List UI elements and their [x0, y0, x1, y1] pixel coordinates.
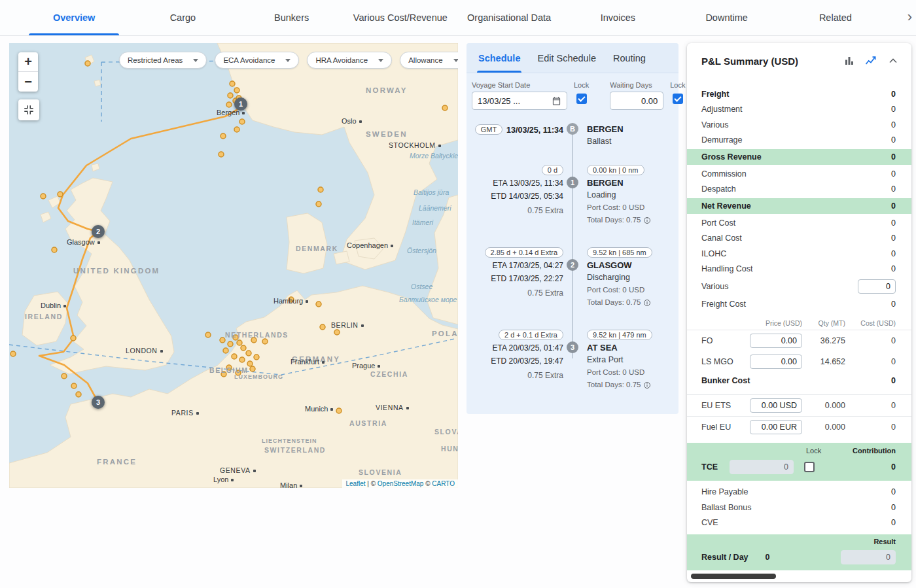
leaflet-link[interactable]: Leaflet — [345, 480, 365, 487]
contribution-value: 0 — [891, 462, 896, 472]
bar-chart-icon[interactable] — [843, 55, 855, 67]
lock-label: Lock — [670, 81, 685, 89]
pnl-row-cve: CVE0 — [687, 515, 911, 531]
pnl-row-eu-ets: EU ETS 0.000 0 — [687, 394, 911, 416]
voyage-map[interactable]: NORWAY SWEDEN STOCKHOLM Oslo Bergen DENM… — [9, 43, 458, 488]
leg-extra: 0.75 Extra — [469, 286, 563, 300]
result-per-day-value: 0 — [766, 553, 770, 562]
result-input[interactable] — [841, 550, 896, 564]
fuel-eu-price-input[interactable] — [750, 420, 802, 434]
leg-port: BERGEN — [587, 177, 676, 189]
openstreetmap-link[interactable]: OpenStreetMap — [378, 480, 424, 487]
leg-eta: ETA 17/03/25, 04:27 — [469, 259, 563, 272]
voyage-start-date-value: 13/03/25 ... — [478, 96, 520, 106]
leg-port-cost: Port Cost: 0 USD — [587, 366, 676, 379]
tce-input[interactable] — [730, 460, 794, 474]
various-amount-input[interactable] — [858, 279, 896, 294]
pnl-title: P&L Summary (USD) — [701, 56, 834, 67]
bunker-table-header: Price (USD) Qty (MT) Cost (USD) — [687, 317, 911, 330]
zoom-in-button[interactable]: + — [18, 52, 38, 72]
waiting-days-lock-checkbox[interactable] — [673, 94, 683, 104]
leg-port-cost: Port Cost: 0 USD — [587, 201, 676, 214]
chevron-down-icon — [453, 59, 458, 62]
pnl-row-port-cost: Port Cost0 — [687, 215, 911, 231]
top-nav: Overview Cargo Bunkers Various Cost/Reve… — [0, 0, 916, 36]
leg-activity: Loading — [587, 189, 676, 201]
leg-eta: ETA 20/03/25, 01:47 — [469, 341, 563, 355]
pnl-row-demurrage: Demurrage0 — [687, 133, 911, 148]
eu-ets-price-input[interactable] — [750, 398, 802, 413]
info-icon[interactable] — [643, 299, 651, 307]
voyage-start-date-label: Voyage Start Date — [472, 81, 567, 89]
filter-restricted-areas[interactable]: Restricted Areas — [119, 52, 207, 69]
pnl-row-various: Various0 — [687, 117, 911, 133]
leg-extra: 0.75 Extra — [469, 369, 563, 382]
bunker-row-fo: FO 36.275 0 — [687, 330, 911, 351]
pnl-row-bunker-cost: Bunker Cost0 — [687, 372, 911, 389]
tce-lock-label: Lock — [806, 447, 821, 455]
filter-allowance[interactable]: Allowance — [400, 52, 458, 69]
ls-mgo-price-input[interactable] — [750, 355, 802, 369]
tab-organisational-data[interactable]: Organisational Data — [455, 0, 563, 35]
pnl-summary-panel: P&L Summary (USD) Freight0 Adjustment0 V… — [687, 43, 911, 582]
tab-cargo[interactable]: Cargo — [128, 0, 237, 35]
leg-port: GLASGOW — [587, 259, 676, 271]
tab-schedule[interactable]: Schedule — [478, 43, 520, 73]
waiting-days-input[interactable]: 0.00 — [610, 92, 663, 110]
chevron-down-icon — [285, 59, 291, 62]
leg-port-cost: Port Cost: 0 USD — [587, 284, 676, 296]
pnl-row-ballast-bonus: Ballast Bonus0 — [687, 500, 911, 515]
tab-downtime[interactable]: Downtime — [673, 0, 781, 35]
result-per-day-label: Result / Day — [701, 553, 749, 562]
tce-lock-checkbox[interactable] — [804, 462, 815, 472]
pnl-row-ilohc: ILOHC0 — [687, 246, 911, 262]
origin-datetime: 13/03/25, 11:34 — [506, 124, 563, 136]
fit-bounds-button[interactable] — [18, 99, 39, 120]
filter-eca-avoidance[interactable]: ECA Avoidance — [215, 52, 299, 69]
leg-transit-info: 0 d 0.00 kn | 0 nm — [469, 164, 676, 177]
voyage-start-date-input[interactable]: 13/03/25 ... — [472, 92, 567, 110]
calendar-icon[interactable] — [552, 96, 561, 106]
lock-label: Lock — [574, 81, 589, 89]
horizontal-scrollbar-thumb[interactable] — [691, 574, 776, 579]
speed-distance-badge: 9.52 kn | 479 nm — [587, 330, 652, 340]
tab-bunkers[interactable]: Bunkers — [238, 0, 346, 35]
tab-routing[interactable]: Routing — [613, 43, 646, 73]
pnl-row-hire-payable: Hire Payable0 — [687, 485, 911, 500]
info-icon[interactable] — [643, 216, 651, 224]
tab-edit-schedule[interactable]: Edit Schedule — [537, 43, 595, 73]
leg-total-days: Total Days: 0.75 — [587, 296, 641, 309]
voyage-start-lock-checkbox[interactable] — [576, 94, 587, 104]
bunker-row-ls-mgo: LS MGO 14.652 0 — [687, 351, 911, 372]
zoom-out-button[interactable]: − — [18, 72, 38, 92]
result-header: Result — [701, 538, 896, 547]
line-chart-icon[interactable] — [864, 54, 877, 67]
leg-activity: Extra Port — [587, 354, 676, 366]
tab-invoices[interactable]: Invoices — [563, 0, 672, 35]
filter-hra-avoidance[interactable]: HRA Avoidance — [307, 52, 392, 69]
tab-various-cost-revenue[interactable]: Various Cost/Revenue — [346, 0, 455, 35]
info-icon[interactable] — [643, 381, 651, 389]
waypoint-marker-2[interactable]: 2 — [92, 225, 105, 238]
schedule-tab-bar: Schedule Edit Schedule Routing — [467, 43, 678, 73]
tab-overview[interactable]: Overview — [20, 0, 128, 35]
chevron-down-icon — [193, 59, 198, 62]
tab-related[interactable]: Related — [781, 0, 890, 35]
fo-price-input[interactable] — [750, 334, 802, 348]
filter-label: ECA Avoidance — [223, 56, 275, 64]
waypoint-marker-3[interactable]: 3 — [92, 396, 105, 409]
waypoint-marker-1[interactable]: 1 — [234, 97, 247, 111]
timeline-origin: GMT 13/03/25, 11:34 B BERGEN Ballast — [469, 123, 676, 149]
carto-link[interactable]: CARTO — [432, 480, 455, 487]
timeline-leg: ETA 20/03/25, 01:47 ETD 20/03/25, 19:47 … — [469, 341, 676, 391]
map-canvas[interactable] — [9, 43, 458, 488]
pnl-row-net-revenue: Net Revenue0 — [687, 198, 911, 214]
pnl-row-canal-cost: Canal Cost0 — [687, 231, 911, 247]
collapse-chevron-icon[interactable] — [887, 54, 900, 67]
leg-node: 1 — [567, 177, 578, 188]
nav-overflow-chevron-icon[interactable]: › — [907, 9, 912, 26]
voyage-timeline: GMT 13/03/25, 11:34 B BERGEN Ballast 0 d… — [469, 123, 676, 414]
leg-node: 2 — [567, 259, 578, 271]
pnl-row-gross-revenue: Gross Revenue0 — [687, 149, 911, 165]
leg-total-days: Total Days: 0.75 — [587, 379, 641, 391]
